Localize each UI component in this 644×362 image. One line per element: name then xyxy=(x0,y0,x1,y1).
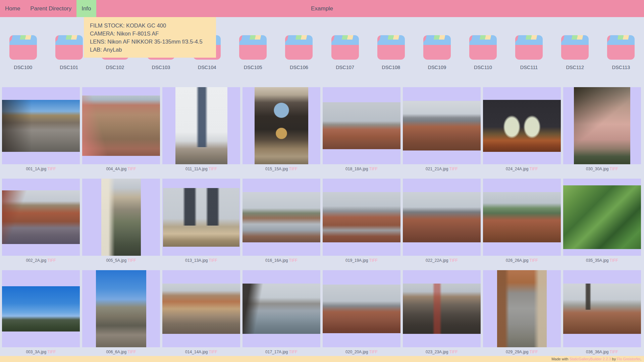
folder-icon[interactable] xyxy=(55,35,83,60)
folder-icon[interactable] xyxy=(423,35,451,60)
photo-cell[interactable] xyxy=(243,179,320,256)
photo-thumbnail[interactable] xyxy=(323,192,400,242)
tiff-badge-link[interactable]: TIFF xyxy=(530,258,538,263)
tiff-badge-link[interactable]: TIFF xyxy=(209,258,217,263)
footer-builder-link[interactable]: StaticGalleryBuilder 2.2.3 xyxy=(569,357,611,361)
tiff-badge-link[interactable]: TIFF xyxy=(369,258,378,263)
folder-label: DSC113 xyxy=(612,65,630,70)
photo-cell[interactable] xyxy=(82,179,160,256)
tiff-badge-link[interactable]: TIFF xyxy=(47,258,56,263)
folder-item-dsc105[interactable]: DSC105 xyxy=(230,35,276,71)
nav-item-parent-directory[interactable]: Parent Directory xyxy=(25,0,76,17)
photo-cell[interactable] xyxy=(483,179,561,256)
folder-item-dsc110[interactable]: DSC110 xyxy=(460,35,506,71)
nav-item-home[interactable]: Home xyxy=(0,0,25,17)
photo-thumbnail[interactable] xyxy=(255,87,308,164)
photo-thumbnail[interactable] xyxy=(323,102,400,149)
tiff-badge-link[interactable]: TIFF xyxy=(47,350,56,354)
photo-cell[interactable] xyxy=(563,179,641,256)
photo-thumbnail[interactable] xyxy=(497,270,547,347)
photo-cell[interactable] xyxy=(323,270,400,347)
folder-item-dsc112[interactable]: DSC112 xyxy=(552,35,598,71)
tiff-badge-link[interactable]: TIFF xyxy=(610,258,618,263)
photo-thumbnail[interactable] xyxy=(163,188,239,247)
photo-cell[interactable] xyxy=(563,87,641,164)
photo-cell[interactable] xyxy=(2,270,80,347)
photo-thumbnail[interactable] xyxy=(101,179,141,256)
photo-thumbnail[interactable] xyxy=(162,284,240,334)
folder-item-dsc107[interactable]: DSC107 xyxy=(322,35,368,71)
folder-icon[interactable] xyxy=(9,35,37,60)
folder-icon[interactable] xyxy=(239,35,267,60)
photo-cell[interactable] xyxy=(483,270,561,347)
folder-icon[interactable] xyxy=(607,35,635,60)
tiff-badge-link[interactable]: TIFF xyxy=(127,167,136,171)
photo-cell[interactable] xyxy=(403,179,481,256)
tiff-badge-link[interactable]: TIFF xyxy=(530,350,538,354)
folder-item-dsc109[interactable]: DSC109 xyxy=(414,35,460,71)
photo-cell[interactable] xyxy=(323,87,400,164)
photo-cell[interactable] xyxy=(2,87,80,164)
photo-thumbnail[interactable] xyxy=(82,96,160,156)
tiff-badge-link[interactable]: TIFF xyxy=(610,350,618,354)
photo-thumbnail[interactable] xyxy=(563,185,641,249)
photo-thumbnail[interactable] xyxy=(2,190,80,244)
folder-item-dsc113[interactable]: DSC113 xyxy=(598,35,644,71)
photo-cell[interactable] xyxy=(162,270,240,347)
photo-thumbnail[interactable] xyxy=(2,100,80,152)
photo-cell[interactable] xyxy=(563,270,641,347)
folder-item-dsc111[interactable]: DSC111 xyxy=(506,35,552,71)
folder-icon[interactable] xyxy=(331,35,359,60)
tiff-badge-link[interactable]: TIFF xyxy=(449,167,458,171)
tiff-badge-link[interactable]: TIFF xyxy=(289,350,298,354)
folder-icon[interactable] xyxy=(377,35,405,60)
tiff-badge-link[interactable]: TIFF xyxy=(209,167,217,171)
folder-icon[interactable] xyxy=(515,35,543,60)
photo-thumbnail[interactable] xyxy=(563,284,641,334)
photo-thumbnail[interactable] xyxy=(243,284,320,334)
photo-cell[interactable] xyxy=(483,87,561,164)
tiff-badge-link[interactable]: TIFF xyxy=(127,350,136,354)
folder-item-dsc106[interactable]: DSC106 xyxy=(276,35,322,71)
photo-thumbnail[interactable] xyxy=(574,87,630,164)
photo-cell[interactable] xyxy=(243,270,320,347)
photo-cell[interactable] xyxy=(162,87,240,164)
tiff-badge-link[interactable]: TIFF xyxy=(47,167,56,171)
photo-thumbnail[interactable] xyxy=(96,270,146,347)
photo-thumbnail[interactable] xyxy=(243,192,320,242)
photo-thumbnail[interactable] xyxy=(2,286,80,331)
tiff-badge-link[interactable]: TIFF xyxy=(289,167,298,171)
photo-thumbnail[interactable] xyxy=(403,192,481,242)
photo-thumbnail[interactable] xyxy=(483,100,561,152)
nav-item-info[interactable]: Info xyxy=(76,0,96,17)
photo-cell[interactable] xyxy=(243,87,320,164)
photo-thumbnail[interactable] xyxy=(175,87,227,164)
photo-cell[interactable] xyxy=(2,179,80,256)
photo-thumbnail[interactable] xyxy=(323,285,400,333)
photo-cell[interactable] xyxy=(403,270,481,347)
tiff-badge-link[interactable]: TIFF xyxy=(449,258,458,263)
tiff-badge-link[interactable]: TIFF xyxy=(369,350,378,354)
tiff-badge-link[interactable]: TIFF xyxy=(209,350,217,354)
tiff-badge-link[interactable]: TIFF xyxy=(369,167,378,171)
photo-grid: 001_1A.jpg TIFF004_4A.jpg TIFF011_11A.jp… xyxy=(0,87,644,355)
photo-thumbnail[interactable] xyxy=(403,101,481,150)
folder-icon[interactable] xyxy=(469,35,497,60)
folder-item-dsc100[interactable]: DSC100 xyxy=(0,35,46,71)
photo-cell[interactable] xyxy=(82,270,160,347)
photo-cell[interactable] xyxy=(323,179,400,256)
folder-icon[interactable] xyxy=(561,35,589,60)
tiff-badge-link[interactable]: TIFF xyxy=(449,350,458,354)
photo-cell[interactable] xyxy=(403,87,481,164)
folder-icon[interactable] xyxy=(285,35,313,60)
tiff-badge-link[interactable]: TIFF xyxy=(610,167,618,171)
folder-item-dsc108[interactable]: DSC108 xyxy=(368,35,414,71)
footer-author-link[interactable]: Flo Greistorfer xyxy=(617,357,640,361)
tiff-badge-link[interactable]: TIFF xyxy=(289,258,298,263)
photo-thumbnail[interactable] xyxy=(403,284,481,334)
tiff-badge-link[interactable]: TIFF xyxy=(530,167,538,171)
photo-thumbnail[interactable] xyxy=(483,192,561,242)
photo-cell[interactable] xyxy=(82,87,160,164)
photo-cell[interactable] xyxy=(162,179,240,256)
tiff-badge-link[interactable]: TIFF xyxy=(127,258,136,263)
